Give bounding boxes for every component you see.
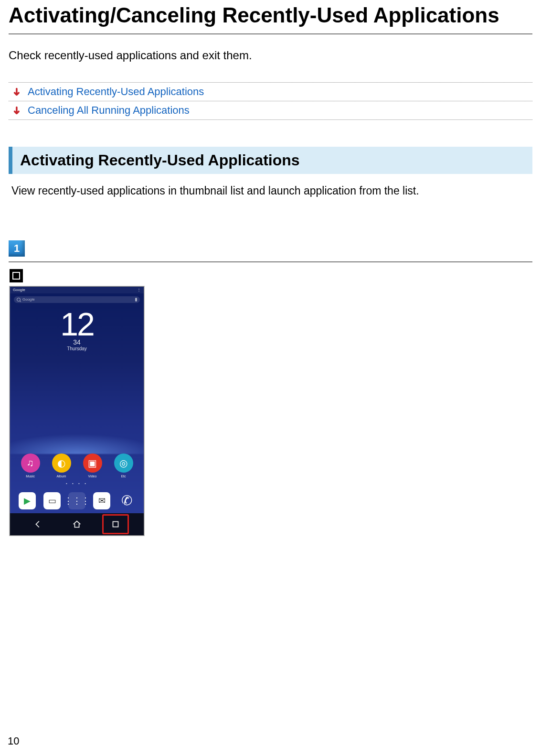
shopping-icon: ▭ (43, 492, 61, 509)
search-placeholder: Google (22, 297, 35, 302)
search-bar: Google (14, 296, 140, 303)
down-arrow-icon: ➜ (11, 87, 23, 96)
wallpaper-wave (10, 430, 144, 454)
phone-screenshot: Google ⋮ Google 12 34 Thursday ♫ Music ◐… (10, 286, 144, 536)
app-drawer-icon: ⋮⋮⋮ (68, 492, 85, 509)
status-bar: Google ⋮ (10, 287, 144, 293)
recent-apps-icon (10, 269, 23, 282)
app-music: ♫ Music (21, 454, 40, 478)
album-icon: ◐ (52, 454, 71, 473)
app-label: Music (26, 475, 34, 478)
clock-time: 12 (10, 308, 144, 340)
app-album: ◐ Album (52, 454, 71, 478)
music-icon: ♫ (21, 454, 40, 473)
step-1: 1 (9, 240, 532, 257)
video-icon: ▣ (83, 454, 102, 473)
page-title: Activating/Canceling Recently-Used Appli… (9, 0, 532, 28)
section-heading: Activating Recently-Used Applications (9, 147, 532, 174)
clock-date: Thursday (10, 346, 144, 351)
clock-widget: 12 34 Thursday (10, 303, 144, 351)
toc-link[interactable]: Canceling All Running Applications (28, 104, 190, 117)
toc-item-activating[interactable]: ➜ Activating Recently-Used Applications (9, 82, 532, 101)
app-label: Etc (121, 475, 126, 478)
status-left: Google (13, 288, 25, 292)
nav-bar (10, 513, 144, 535)
app-row: ♫ Music ◐ Album ▣ Video ◎ Etc (10, 454, 144, 478)
mail-icon: ✉ (93, 492, 110, 509)
status-right: ⋮ (137, 288, 141, 292)
intro-text: Check recently-used applications and exi… (9, 49, 532, 62)
title-rule (9, 33, 532, 34)
step-number-badge: 1 (9, 240, 25, 257)
down-arrow-icon: ➜ (11, 106, 23, 115)
highlight-box-icon (102, 514, 129, 534)
page-number: 10 (8, 735, 19, 747)
toc-link[interactable]: Activating Recently-Used Applications (28, 86, 204, 98)
app-other-icon: ◎ (114, 454, 133, 473)
search-icon (17, 298, 21, 302)
play-store-icon: ▶ (19, 492, 36, 509)
nav-back-icon (28, 516, 49, 532)
section-description: View recently-used applications in thumb… (11, 184, 532, 197)
toc-item-canceling[interactable]: ➜ Canceling All Running Applications (9, 101, 532, 120)
app-label: Video (88, 475, 97, 478)
mic-icon (135, 298, 137, 302)
page-indicator-dots: • • • • (10, 481, 144, 486)
app-video: ▣ Video (83, 454, 102, 478)
step-rule (9, 261, 532, 262)
clock-minutes: 34 (10, 338, 144, 346)
favorites-tray: ▶ ▭ ⋮⋮⋮ ✉ ✆ (10, 492, 144, 509)
app-label: Album (57, 475, 66, 478)
app-other: ◎ Etc (114, 454, 133, 478)
nav-recent-highlighted (105, 516, 126, 532)
phone-icon: ✆ (118, 492, 135, 509)
nav-home-icon (66, 516, 87, 532)
toc-list: ➜ Activating Recently-Used Applications … (9, 82, 532, 120)
